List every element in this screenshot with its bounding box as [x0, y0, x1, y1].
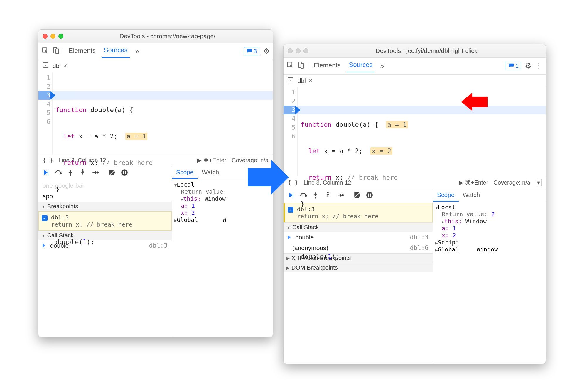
code-area[interactable]: function double(a) { let x = a * 2; a = … [53, 72, 273, 154]
zoom-icon[interactable] [303, 48, 308, 53]
zoom-icon[interactable] [58, 34, 63, 39]
issues-badge[interactable]: 1 [506, 62, 521, 70]
inline-value-a: a = 1 [386, 121, 408, 128]
gear-icon[interactable]: ⚙ [263, 47, 270, 56]
issues-count: 1 [515, 62, 519, 69]
svg-rect-4 [48, 170, 48, 175]
inline-value-a: a = 1 [125, 133, 147, 140]
file-tab-dbl[interactable]: dbl ✕ [53, 62, 68, 70]
separator [308, 62, 308, 70]
tab-sources[interactable]: Sources [102, 45, 130, 58]
close-tab-icon[interactable]: ✕ [308, 77, 313, 84]
svg-rect-14 [301, 63, 304, 68]
breakpoint-checkbox[interactable] [288, 207, 294, 213]
titlebar: DevTools - jec.fyi/demo/dbl-right-click [284, 44, 546, 58]
more-tabs-icon[interactable]: » [378, 62, 386, 70]
minimize-icon[interactable] [50, 34, 55, 39]
traffic-lights [43, 34, 63, 39]
inline-value-x: x = 2 [370, 147, 392, 155]
code-editor[interactable]: 1 2 3 4 5 6 function double(a) { let x =… [38, 72, 273, 154]
tab-sources[interactable]: Sources [347, 59, 375, 72]
file-tab-label: dbl [298, 77, 306, 84]
kebab-icon[interactable]: ⋮ [535, 61, 543, 70]
issues-badge[interactable]: 3 [244, 47, 259, 55]
pretty-print-icon[interactable]: { } [288, 179, 298, 186]
pretty-print-icon[interactable]: { } [43, 157, 53, 164]
file-tab-bar: dbl ✕ [284, 75, 546, 87]
main-toolbar: Elements Sources » 1 ⚙ ⋮ [284, 58, 546, 75]
devtools-window-2: DevTools - jec.fyi/demo/dbl-right-click … [283, 44, 546, 364]
file-tab-label: dbl [53, 62, 61, 70]
resume-icon[interactable] [42, 169, 50, 178]
navigator-toggle-icon[interactable] [287, 76, 294, 85]
tab-elements[interactable]: Elements [311, 60, 343, 72]
code-area[interactable]: function double(a) { a = 1 let x = a * 2… [298, 87, 546, 176]
close-tab-icon[interactable]: ✕ [63, 63, 68, 69]
code-editor[interactable]: 1 2 3 4 5 6 function double(a) { a = 1 l… [284, 87, 546, 176]
breakpoint-checkbox[interactable] [42, 215, 48, 221]
svg-rect-16 [293, 192, 294, 197]
inspect-icon[interactable] [286, 61, 294, 71]
gear-icon[interactable]: ⚙ [525, 61, 532, 70]
issues-count: 3 [254, 48, 257, 55]
main-toolbar: Elements Sources » 3 ⚙ [38, 43, 273, 60]
file-tab-bar: dbl ✕ [38, 60, 273, 72]
more-tabs-icon[interactable]: » [133, 47, 141, 55]
svg-rect-2 [56, 49, 59, 53]
device-icon[interactable] [52, 47, 59, 56]
titlebar: DevTools - chrome://new-tab-page/ [38, 30, 273, 43]
traffic-lights [288, 48, 308, 53]
close-icon[interactable] [288, 48, 293, 53]
tab-elements[interactable]: Elements [66, 45, 98, 58]
device-icon[interactable] [297, 61, 304, 71]
file-tab-dbl[interactable]: dbl ✕ [298, 77, 313, 84]
close-icon[interactable] [43, 34, 48, 39]
separator [63, 47, 63, 55]
inspect-icon[interactable] [41, 47, 48, 56]
line-gutter[interactable]: 1 2 3 4 5 6 [38, 72, 53, 154]
window-title: DevTools - chrome://new-tab-page/ [66, 33, 269, 40]
navigator-toggle-icon[interactable] [42, 62, 49, 70]
devtools-window-1: DevTools - chrome://new-tab-page/ Elemen… [38, 29, 273, 337]
minimize-icon[interactable] [296, 48, 301, 53]
window-title: DevTools - jec.fyi/demo/dbl-right-click [311, 47, 542, 54]
